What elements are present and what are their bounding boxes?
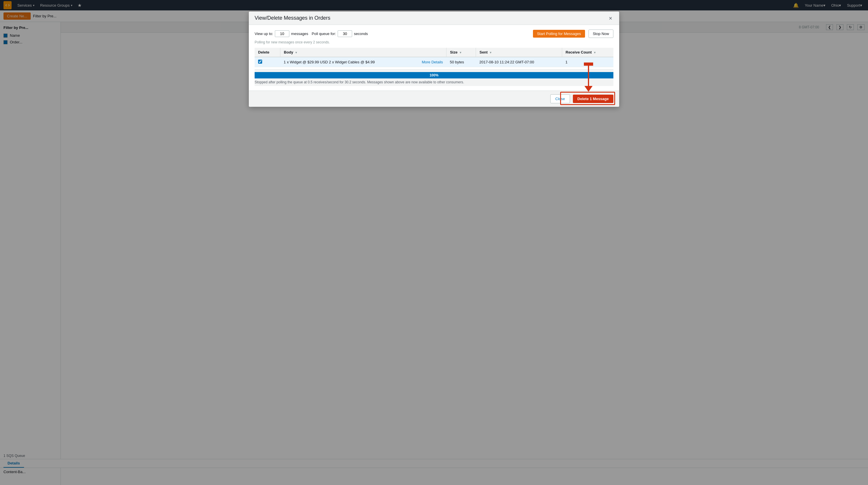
more-details-link[interactable]: More Details (422, 60, 443, 64)
poll-queue-input[interactable] (338, 30, 352, 37)
modal-overlay: View/Delete Messages in Orders × View up… (0, 0, 868, 485)
modal-title: View/Delete Messages in Orders (255, 15, 331, 21)
body-sort-icon: ▾ (296, 51, 297, 54)
modal-close-btn[interactable]: Close (550, 94, 570, 103)
message-sent: 2017-08-10 11:24:22 GMT-07:00 (476, 57, 562, 67)
view-up-to-input[interactable] (275, 30, 289, 37)
messages-table: Delete Body ▾ Size ▾ Sent ▾ (255, 48, 613, 67)
table-row: 1 x Widget @ $29.99 USD 2 x Widget Cable… (255, 57, 613, 67)
seconds-label: seconds (354, 32, 368, 36)
delete-message-btn[interactable]: Delete 1 Message (573, 95, 613, 103)
modal-close-button[interactable]: × (608, 16, 613, 21)
stop-now-button[interactable]: Stop Now (589, 30, 613, 38)
start-polling-button[interactable]: Start Polling for Messages (533, 30, 585, 38)
progress-section: 100% Stopped after polling the queue at … (255, 69, 613, 86)
modal-controls: View up to: messages Poll queue for: sec… (255, 30, 613, 38)
progress-bar-container: 100% (255, 72, 613, 79)
view-up-to-group: View up to: messages (255, 30, 308, 37)
col-sent[interactable]: Sent ▾ (476, 48, 562, 57)
col-body[interactable]: Body ▾ (280, 48, 446, 57)
message-size: 50 bytes (446, 57, 476, 67)
col-delete: Delete (255, 48, 280, 57)
poll-queue-group: Poll queue for: seconds (312, 30, 368, 37)
size-sort-icon: ▾ (460, 51, 461, 54)
messages-label: messages (291, 32, 308, 36)
col-receive-count[interactable]: Receive Count ▾ (562, 48, 613, 57)
poll-queue-label: Poll queue for: (312, 32, 336, 36)
modal: View/Delete Messages in Orders × View up… (249, 11, 619, 107)
polling-info-text: Polling for new messages once every 2 se… (255, 40, 613, 44)
message-receive-count: 1 (562, 57, 613, 67)
progress-percent: 100% (430, 73, 439, 77)
message-body: 1 x Widget @ $29.99 USD 2 x Widget Cable… (280, 57, 446, 67)
view-up-to-label: View up to: (255, 32, 273, 36)
message-checkbox[interactable] (258, 60, 262, 64)
receive-count-sort-icon: ▾ (594, 51, 595, 54)
sent-sort-icon: ▾ (490, 51, 491, 54)
modal-body: View up to: messages Poll queue for: sec… (249, 25, 619, 91)
progress-text: Stopped after polling the queue at 0.5 r… (255, 79, 613, 86)
progress-bar-fill: 100% (255, 72, 613, 79)
modal-header: View/Delete Messages in Orders × (249, 11, 619, 25)
modal-footer: Close Delete 1 Message (249, 91, 619, 107)
col-size[interactable]: Size ▾ (446, 48, 476, 57)
